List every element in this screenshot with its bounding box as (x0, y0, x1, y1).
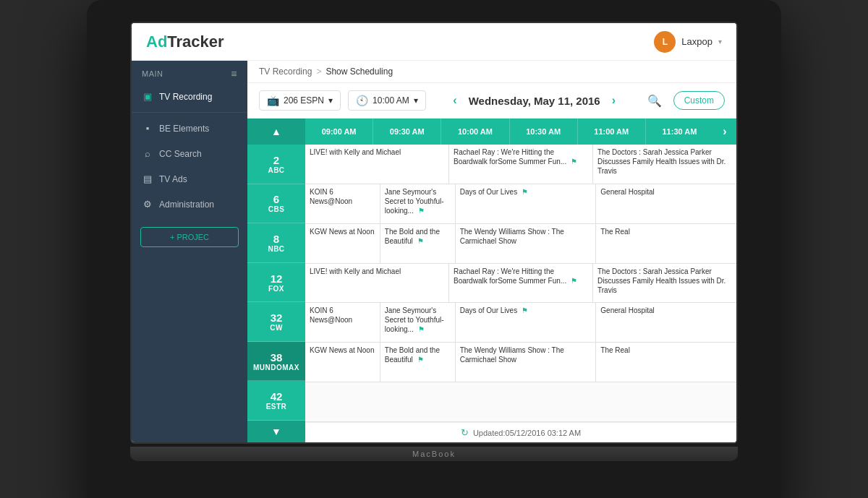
program-cell[interactable]: General Hospital (596, 303, 736, 342)
sidebar-item-tv-ads[interactable]: ▤ TV Ads (132, 166, 247, 192)
schedule-container: ▲ 2 ABC 6 CBS (247, 119, 736, 442)
channel-item[interactable]: 6 CBS (247, 184, 305, 224)
time-slot-header: 10:00 AM (441, 119, 509, 145)
content-area: TV Recording > Show Scheduling 📺 206 ESP… (247, 61, 736, 442)
topbar: AdTracker L Laxpop ▾ (132, 23, 736, 61)
next-date-button[interactable]: › (612, 94, 616, 107)
time-next-button[interactable]: › (713, 119, 736, 145)
program-row: LIVE! with Kelly and Michael Rachael Ray… (305, 264, 736, 304)
sidebar-item-administration[interactable]: ⚙ Administration (132, 192, 247, 217)
status-text: Updated:05/12/2016 03:12 AM (473, 429, 581, 437)
program-cell[interactable]: The Real (596, 224, 736, 263)
program-cell[interactable]: KGW News at Noon (305, 224, 380, 263)
channel-column: ▲ 2 ABC 6 CBS (247, 119, 305, 442)
toolbar: 📺 206 ESPN ▾ 🕙 10:00 AM ▾ ‹ Wednesday, M… (247, 83, 736, 119)
program-cell[interactable]: Jane Seymour's Secret to Youthful-lookin… (380, 303, 456, 342)
channel-col-header: ▲ (247, 119, 305, 145)
channel-selector[interactable]: 📺 206 ESPN ▾ (259, 90, 341, 111)
channel-item[interactable]: 38 MUNDOMAX (247, 342, 305, 382)
channel-item[interactable]: 32 CW (247, 302, 305, 342)
tv-recording-icon: ▣ (142, 91, 153, 102)
time-slot-header: 09:30 AM (373, 119, 441, 145)
main-container: Main ≡ ▣ TV Recording ▪ BE Elements ⌕ (132, 61, 736, 442)
username: Laxpop (681, 36, 712, 47)
channel-down-button[interactable]: ▼ (271, 426, 281, 437)
status-bar: ↻ Updated:05/12/2016 03:12 AM (305, 422, 736, 442)
administration-icon: ⚙ (142, 199, 153, 210)
channel-item[interactable]: 12 FOX (247, 263, 305, 303)
menu-icon[interactable]: ≡ (231, 68, 237, 80)
toolbar-right: 🔍 Custom (643, 89, 725, 112)
prev-date-button[interactable]: ‹ (453, 94, 456, 107)
sidebar-divider (132, 112, 247, 113)
sidebar-item-tv-recording[interactable]: ▣ TV Recording (132, 84, 247, 109)
sidebar-section: Main ≡ (132, 61, 247, 84)
program-cell[interactable]: KGW News at Noon (305, 343, 380, 382)
program-cell[interactable] (305, 382, 736, 421)
be-elements-icon: ▪ (142, 123, 153, 134)
program-cell[interactable]: The Real (596, 343, 736, 382)
chevron-down-icon: ▾ (328, 95, 333, 106)
program-row: KOIN 6 News@Noon Jane Seymour's Secret t… (305, 184, 736, 224)
program-cell[interactable]: The Bold and the Beautiful ⚑ (380, 224, 456, 263)
program-cell[interactable]: General Hospital (596, 184, 736, 223)
channel-icon: 📺 (267, 95, 279, 106)
program-cell[interactable]: The Doctors : Sarah Jessica Parker Discu… (593, 145, 736, 184)
date-nav: ‹ Wednesday, May 11, 2016 › (453, 94, 616, 107)
custom-button[interactable]: Custom (673, 91, 725, 110)
program-cell[interactable]: KOIN 6 News@Noon (305, 184, 380, 223)
program-cell[interactable]: Jane Seymour's Secret to Youthful-lookin… (380, 184, 456, 223)
breadcrumb-separator: > (316, 66, 321, 77)
program-row: LIVE! with Kelly and Michael Rachael Ray… (305, 145, 736, 184)
program-rows: LIVE! with Kelly and Michael Rachael Ray… (305, 145, 736, 422)
tv-ads-icon: ▤ (142, 173, 153, 184)
program-cell[interactable]: Days of Our Lives ⚑ (456, 184, 597, 223)
channel-list: 2 ABC 6 CBS 8 NBC (247, 145, 305, 421)
sidebar-item-be-elements[interactable]: ▪ BE Elements (132, 116, 247, 141)
channel-item[interactable]: 2 ABC (247, 145, 305, 184)
program-row (305, 382, 736, 422)
program-cell[interactable]: The Wendy Williams Show : The Carmichael… (456, 224, 597, 263)
time-slot-header: 11:00 AM (578, 119, 646, 145)
program-cell[interactable]: The Wendy Williams Show : The Carmichael… (456, 343, 597, 382)
time-icon: 🕙 (356, 95, 368, 106)
channel-item[interactable]: 8 NBC (247, 223, 305, 263)
time-slot-header: 10:30 AM (510, 119, 578, 145)
program-cell[interactable]: The Bold and the Beautiful ⚑ (380, 343, 456, 382)
program-cell[interactable]: Rachael Ray : We're Hitting the Boardwal… (449, 145, 593, 184)
time-header: 09:00 AM 09:30 AM 10:00 AM 10:30 AM 11:0… (305, 119, 736, 145)
laptop-screen: AdTracker L Laxpop ▾ Main ≡ (130, 22, 738, 444)
breadcrumb-current: Show Scheduling (326, 66, 393, 77)
channel-up-button[interactable]: ▲ (271, 126, 281, 137)
cc-search-icon: ⌕ (142, 148, 153, 159)
time-grid: 09:00 AM 09:30 AM 10:00 AM 10:30 AM 11:0… (305, 119, 736, 442)
avatar: L (654, 31, 676, 53)
program-row: KGW News at Noon The Bold and the Beauti… (305, 343, 736, 382)
user-menu[interactable]: L Laxpop ▾ (654, 31, 722, 53)
chevron-down-icon: ▾ (414, 95, 418, 106)
laptop-frame: AdTracker L Laxpop ▾ Main ≡ (87, 0, 781, 498)
search-button[interactable]: 🔍 (643, 89, 666, 112)
program-cell[interactable]: LIVE! with Kelly and Michael (305, 145, 449, 184)
refresh-icon: ↻ (461, 427, 469, 438)
app-container: AdTracker L Laxpop ▾ Main ≡ (132, 23, 736, 442)
program-cell[interactable]: Days of Our Lives ⚑ (456, 303, 597, 342)
chevron-down-icon: ▾ (718, 38, 722, 46)
time-selector[interactable]: 🕙 10:00 AM ▾ (348, 90, 426, 111)
program-cell[interactable]: The Doctors : Sarah Jessica Parker Discu… (593, 264, 736, 303)
channel-item[interactable]: 42 ESTR (247, 381, 305, 421)
program-cell[interactable]: Rachael Ray : We're Hitting the Boardwal… (449, 264, 593, 303)
program-row: KGW News at Noon The Bold and the Beauti… (305, 224, 736, 264)
program-cell[interactable]: KOIN 6 News@Noon (305, 303, 380, 342)
breadcrumb: TV Recording > Show Scheduling (247, 61, 736, 83)
program-cell[interactable]: LIVE! with Kelly and Michael (305, 264, 449, 303)
sidebar-item-cc-search[interactable]: ⌕ CC Search (132, 141, 247, 166)
channel-nav-bottom: ▼ (247, 421, 305, 442)
time-slot-header: 09:00 AM (305, 119, 373, 145)
laptop-base: MacBook (130, 447, 738, 461)
project-button[interactable]: + PROJEC (140, 227, 239, 247)
program-row: KOIN 6 News@Noon Jane Seymour's Secret t… (305, 303, 736, 343)
app-logo: AdTracker (146, 33, 224, 51)
sidebar: Main ≡ ▣ TV Recording ▪ BE Elements ⌕ (132, 61, 247, 442)
current-date: Wednesday, May 11, 2016 (469, 95, 600, 107)
